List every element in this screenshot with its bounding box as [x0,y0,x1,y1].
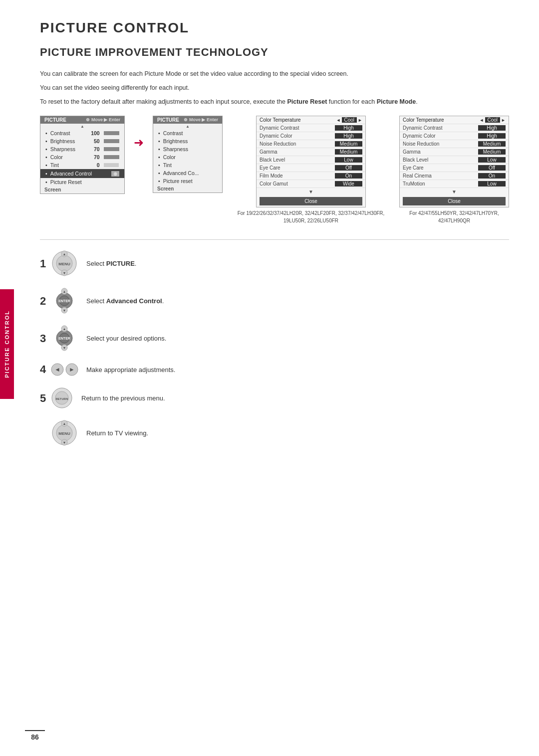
svg-text:RETURN: RETURN [56,397,68,400]
svg-text:▲: ▲ [63,422,66,425]
step-4-text: Make appropriate adjustments. [86,366,175,374]
dynamic-contrast-row-2: Dynamic Contrast High [400,124,509,132]
page-number: 86 [25,730,45,741]
right-menu-picture-reset: • Picture reset [153,177,222,185]
adv-menu-1: Color Temperature ◄ Cool ► Dynamic Contr… [256,116,366,207]
intro-paragraph-1: You can calibrate the screen for each Pi… [40,69,509,79]
step-1-number: 1 [40,257,49,270]
side-tab: PICTURE CONTROL [0,289,14,399]
diagrams-area: PICTURE ⊕ Move ▶ Enter ▲ • Contrast 100 … [40,116,509,224]
trumotion-row-2: TruMotion Low [400,180,509,188]
noise-reduction-row-1: Noise Reduction Medium [257,140,365,148]
svg-text:MENU: MENU [58,262,70,266]
step-2-number: 2 [40,295,49,308]
scroll-down-1: ▼ [257,188,365,195]
step-2-icon: ENTER ▲ ▼ [51,287,78,315]
menu-item-picture-reset: • Picture Reset [40,178,124,186]
color-gamut-row-1: Color Gamut Wide [257,180,365,188]
menu-item-contrast: • Contrast 100 [40,129,124,137]
adv-menu2-container: Color Temperature ◄ Cool ► Dynamic Contr… [399,116,509,224]
black-level-row-2: Black Level Low [400,156,509,164]
step-6-row: 0 MENU ▲ ▼ Return to TV viewing. [40,419,509,447]
step-1-icon: MENU ▲ ▼ [51,250,78,277]
svg-text:▼: ▼ [63,309,66,312]
eye-care-row-2: Eye Care Off [400,164,509,172]
picture-menu-header: PICTURE ⊕ Move ▶ Enter [40,116,124,124]
adv-menu1-container: Color Temperature ◄ Cool ► Dynamic Contr… [228,116,394,224]
scroll-down-2: ▼ [400,188,509,195]
adv-menu-2: Color Temperature ◄ Cool ► Dynamic Contr… [399,116,509,207]
step-1-row: 1 MENU ▲ ▼ Select PICTUR [40,250,509,277]
step-3-text: Select your desired options. [86,335,166,342]
menu-item-advanced-control: • Advanced Control ⊕ [40,169,124,178]
side-tab-label: PICTURE CONTROL [4,310,10,378]
models-text-1: For 19/22/26/32/37/42LH20R, 32/42LF20FR,… [228,209,394,224]
step-1-text: Select PICTURE. [86,260,136,267]
dynamic-contrast-row-1: Dynamic Contrast High [257,124,365,132]
right-menu-brightness: • Brightness [153,137,222,145]
steps-area: 1 MENU ▲ ▼ Select PICTUR [40,250,509,447]
section-divider [40,239,509,240]
color-temp-row-2: Color Temperature ◄ Cool ► [400,116,509,124]
step-4-icon: ◄ ► [51,362,78,377]
intro-paragraph-2: You can set the video seeing differently… [40,83,509,93]
svg-text:◄: ◄ [54,366,60,373]
step-2-row: 2 ENTER ▲ ▼ Select Advanced Control. [40,287,509,315]
svg-text:▲: ▲ [63,327,66,331]
svg-text:▼: ▼ [63,346,66,350]
models-text-2: For 42/47/55LH50YR, 32/42/47LH70YR, 42/4… [399,209,509,224]
noise-reduction-row-2: Noise Reduction Medium [400,140,509,148]
right-picture-menu: PICTURE ⊕ Move ▶ Enter ▲ • Contrast • Br… [153,116,223,193]
svg-text:▼: ▼ [63,441,66,444]
svg-text:►: ► [69,366,75,373]
gamma-row-1: Gamma Medium [257,148,365,156]
black-level-row-1: Black Level Low [257,156,365,164]
step-5-icon: RETURN [51,387,73,409]
menu-item-tint: • Tint 0 [40,161,124,169]
svg-text:MENU: MENU [58,431,70,436]
svg-text:ENTER: ENTER [58,299,70,303]
step-6-icon: MENU ▲ ▼ [51,419,78,447]
right-menu-advanced: • Advanced Co... [153,169,222,177]
film-mode-row-1: Film Mode On [257,172,365,180]
svg-text:▲: ▲ [63,252,66,256]
dynamic-color-row-2: Dynamic Color High [400,132,509,140]
gamma-row-2: Gamma Medium [400,148,509,156]
color-temp-row-1: Color Temperature ◄ Cool ► [257,116,365,124]
close-btn-1[interactable]: Close [260,197,362,205]
left-picture-menu: PICTURE ⊕ Move ▶ Enter ▲ • Contrast 100 … [40,116,125,194]
scroll-up-indicator: ▲ [40,124,124,129]
step-3-icon: ENTER ▲ ▼ [51,325,78,352]
right-menu-contrast: • Contrast [153,129,222,137]
screen-label: Screen [40,186,124,193]
menu-item-sharpness: • Sharpness 70 [40,145,124,153]
svg-text:▲: ▲ [63,290,66,293]
section-title: PICTURE IMPROVEMENT TECHNOLOGY [40,46,509,59]
step-5-number: 5 [40,392,49,405]
step-4-number: 4 [40,363,49,376]
step-6-text: Return to TV viewing. [86,429,148,437]
svg-text:ENTER: ENTER [58,337,70,340]
real-cinema-row-2: Real Cinema On [400,172,509,180]
page-title: PICTURE CONTROL [40,20,509,36]
step-4-row: 4 ◄ ► Make appropriate adjustments. [40,362,509,377]
menu-item-brightness: • Brightness 50 [40,137,124,145]
dynamic-color-row-1: Dynamic Color High [257,132,365,140]
right-menu-tint: • Tint [153,161,222,169]
close-btn-2[interactable]: Close [403,197,506,205]
right-menu-color: • Color [153,153,222,161]
right-menu-sharpness: • Sharpness [153,145,222,153]
intro-paragraph-3: To reset to the factory default after ma… [40,97,509,107]
right-screen-label: Screen [153,185,222,192]
step-2-text: Select Advanced Control. [86,297,164,305]
right-picture-menu-header: PICTURE ⊕ Move ▶ Enter [153,116,222,124]
step-5-text: Return to the previous menu. [81,394,165,402]
svg-text:▼: ▼ [63,271,66,275]
step-3-row: 3 ENTER ▲ ▼ Select your desired options. [40,325,509,352]
menu-item-color: • Color 70 [40,153,124,161]
nav-hint: ⊕ Move ▶ Enter [86,117,120,123]
arrow-right: ➜ [130,136,148,150]
step-5-row: 5 RETURN Return to the previous menu. [40,387,509,409]
eye-care-row-1: Eye Care Off [257,164,365,172]
step-3-number: 3 [40,332,49,345]
